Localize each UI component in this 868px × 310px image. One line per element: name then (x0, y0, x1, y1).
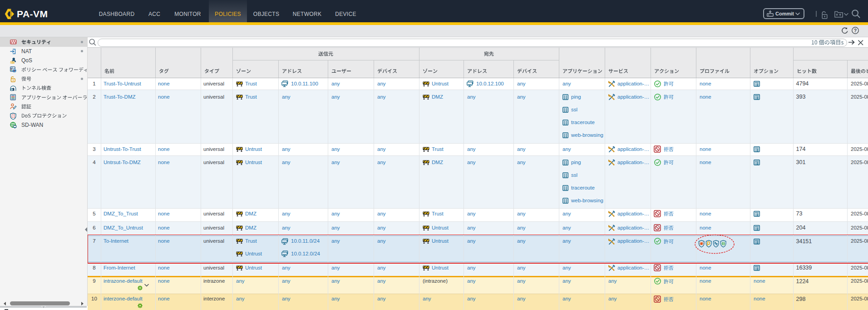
svg-text:QoS: QoS (10, 60, 15, 63)
svg-text:?: ? (854, 28, 857, 33)
